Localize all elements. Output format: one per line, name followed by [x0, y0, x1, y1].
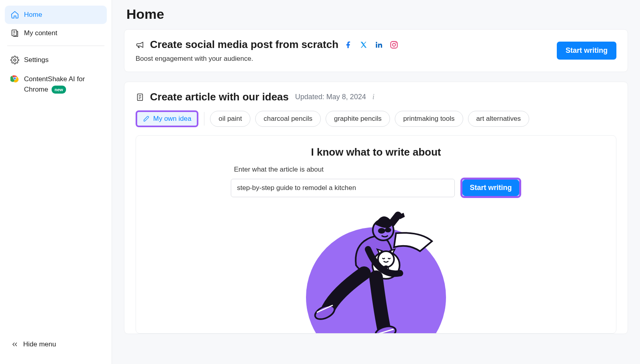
article-topic-input[interactable] [231, 179, 455, 197]
new-badge: new [52, 86, 66, 94]
megaphone-icon [136, 40, 144, 49]
social-post-card: Create social media post from scratch [124, 29, 628, 72]
idea-chip[interactable]: graphite pencils [326, 111, 390, 127]
nav-item-settings[interactable]: Settings [5, 51, 107, 69]
svg-point-6 [392, 43, 395, 46]
document-icon [136, 93, 144, 102]
idea-chip[interactable]: printmaking tools [395, 111, 463, 127]
nav-item-chrome-extension[interactable]: ContentShake AI for Chrome new [5, 69, 107, 99]
article-input-label: Enter what the article is about [234, 166, 518, 174]
gear-icon [10, 56, 19, 64]
instagram-icon [390, 40, 398, 49]
idea-chip[interactable]: oil paint [210, 111, 250, 127]
my-own-idea-chip[interactable]: My own idea [136, 110, 198, 127]
start-writing-social-button[interactable]: Start writing [557, 42, 616, 60]
main-content: Home Create social media post from scrat… [112, 0, 640, 364]
home-icon [10, 10, 19, 19]
info-icon[interactable]: i [372, 93, 374, 101]
nav-item-label: Settings [24, 56, 48, 64]
hide-menu-label: Hide menu [23, 340, 56, 348]
chrome-icon [10, 74, 19, 83]
nav-item-label: Home [24, 11, 42, 19]
nav-item-my-content[interactable]: My content [5, 24, 107, 42]
nav-item-label: My content [24, 29, 57, 37]
hide-menu-button[interactable]: Hide menu [10, 340, 101, 349]
nav-item-home[interactable]: Home [5, 6, 107, 24]
social-icons [344, 40, 398, 49]
idea-chip[interactable]: charcoal pencils [255, 111, 321, 127]
x-twitter-icon [359, 40, 368, 49]
article-ideas-card: Create article with our ideas Updated: M… [124, 82, 628, 334]
idea-chip[interactable]: art alternatives [468, 111, 530, 127]
own-idea-heading: I know what to write about [147, 146, 605, 158]
updated-text: Updated: May 8, 2024 [295, 93, 366, 101]
hero-illustration [147, 205, 605, 333]
svg-point-11 [378, 228, 385, 234]
linkedin-icon [374, 40, 383, 49]
chevrons-left-icon [10, 340, 19, 349]
page-title: Home [126, 6, 626, 22]
nav-item-label: ContentShake AI for Chrome new [24, 74, 101, 94]
sidebar: Home My content Settings [0, 0, 112, 364]
svg-point-1 [14, 59, 16, 61]
facebook-icon [344, 40, 353, 49]
idea-chips-row: My own idea oil paint charcoal pencils g… [136, 110, 616, 127]
start-writing-highlight: Start writing [460, 178, 521, 198]
social-card-title: Create social media post from scratch [136, 38, 338, 51]
nav-divider [7, 46, 104, 46]
social-card-subtitle: Boost engagement with your audience. [136, 55, 398, 63]
content-icon [10, 29, 19, 38]
pencil-icon [143, 115, 150, 122]
article-card-title: Create article with our ideas [136, 91, 289, 103]
svg-point-12 [385, 228, 391, 232]
svg-point-7 [396, 42, 396, 43]
start-writing-article-button[interactable]: Start writing [462, 180, 519, 196]
own-idea-panel: I know what to write about Enter what th… [136, 135, 616, 334]
chip-separator [204, 112, 204, 126]
